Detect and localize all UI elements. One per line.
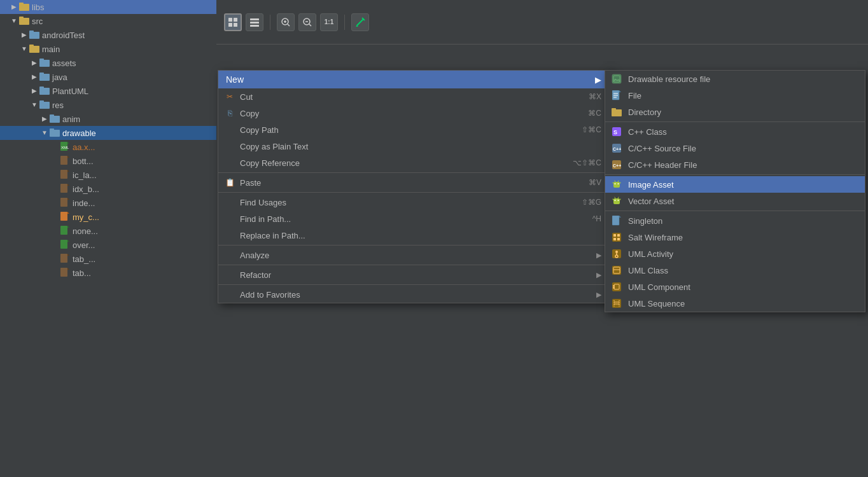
tree-item-inde[interactable]: ▶ inde... xyxy=(0,196,216,210)
svg-rect-19 xyxy=(50,128,54,131)
svg-point-76 xyxy=(618,183,619,184)
submenu-item-umlcomponent[interactable]: UML Component xyxy=(605,279,865,295)
tree-item-java[interactable]: ▶ java xyxy=(0,70,216,84)
submenu-item-directory[interactable]: Directory xyxy=(605,104,865,120)
menu-shortcut-findinpath: ^H xyxy=(592,214,601,223)
svg-rect-41 xyxy=(228,18,232,22)
submenu-label-directory: Directory xyxy=(628,107,855,117)
tree-label-aa: aa.x... xyxy=(73,142,95,152)
tree-item-libs[interactable]: ▶ libs xyxy=(0,0,216,14)
tree-item-none[interactable]: ▶ none... xyxy=(0,224,216,238)
tree-item-res[interactable]: ▼ res xyxy=(0,98,216,112)
svg-rect-81 xyxy=(613,198,620,204)
cut-icon: ✂ xyxy=(223,90,236,103)
tree-item-anim[interactable]: ▶ anim xyxy=(0,112,216,126)
svg-rect-31 xyxy=(60,212,67,221)
folder-icon-main xyxy=(29,44,39,54)
arrow-main: ▼ xyxy=(20,45,28,53)
svg-rect-1 xyxy=(19,3,24,5)
cpp-source-icon: C++ xyxy=(610,142,623,155)
svg-marker-21 xyxy=(67,142,69,144)
svg-point-82 xyxy=(615,200,616,201)
submenu-label-cppsource: C/C++ Source File xyxy=(628,144,855,153)
color-picker-button[interactable] xyxy=(351,13,369,31)
tree-item-plantuml[interactable]: ▶ PlantUML xyxy=(0,84,216,98)
menu-item-copypath[interactable]: Copy Path ⇧⌘C xyxy=(218,121,612,138)
submenu-item-singleton[interactable]: Singleton xyxy=(605,212,865,229)
submenu-label-saltwireframe: Salt Wireframe xyxy=(628,233,855,242)
tree-item-main[interactable]: ▼ main xyxy=(0,42,216,56)
tree-label-assets: assets xyxy=(52,59,76,68)
svg-rect-90 xyxy=(612,233,621,242)
menu-item-findusages[interactable]: Find Usages ⇧⌘G xyxy=(218,194,612,211)
file-icon-myc xyxy=(60,212,70,222)
refactor-icon xyxy=(223,268,236,281)
submenu-item-imageasset[interactable]: Image Asset xyxy=(605,176,865,193)
tree-item-icla[interactable]: ▶ ic_la... xyxy=(0,168,216,182)
svg-rect-37 xyxy=(60,254,67,263)
svg-marker-62 xyxy=(619,90,621,92)
zoom-out-button[interactable] xyxy=(298,13,316,31)
tree-item-androidtest[interactable]: ▶ androidTest xyxy=(0,28,216,42)
menu-item-copyref[interactable]: Copy Reference ⌥⇧⌘C xyxy=(218,155,612,171)
svg-rect-33 xyxy=(60,226,67,235)
submenu-item-umlsequence[interactable]: UML Sequence xyxy=(605,295,865,312)
file-icon-tab2 xyxy=(60,268,70,278)
svg-rect-9 xyxy=(39,59,44,61)
menu-item-paste[interactable]: 📋 Paste ⌘V xyxy=(218,174,612,191)
actual-size-label: 1:1 xyxy=(325,18,333,25)
menu-item-copyplain[interactable]: Copy as Plain Text xyxy=(218,138,612,155)
separator-2 xyxy=(218,192,612,193)
tree-item-drawable[interactable]: ▼ drawable xyxy=(0,126,216,140)
folder-icon-drawable xyxy=(50,128,60,138)
actual-size-button[interactable]: 1:1 xyxy=(320,13,338,31)
submenu-item-vectorasset[interactable]: Vector Asset xyxy=(605,193,865,209)
tree-item-aa[interactable]: ▶ XML aa.x... xyxy=(0,140,216,154)
submenu-item-cppsource[interactable]: C++ C/C++ Source File xyxy=(605,140,865,156)
zoom-in-button[interactable] xyxy=(277,13,295,31)
submenu-item-saltwireframe[interactable]: Salt Wireframe xyxy=(605,229,865,245)
svg-rect-23 xyxy=(60,156,67,165)
menu-item-new[interactable]: New ▶ xyxy=(218,71,612,88)
svg-rect-11 xyxy=(39,73,44,75)
arrow-res: ▼ xyxy=(31,101,38,109)
vector-asset-icon xyxy=(610,195,623,207)
tree-item-idxb[interactable]: ▶ idx_b... xyxy=(0,182,216,196)
color-picker-icon xyxy=(355,17,365,27)
file-tree: ▶ libs ▼ src ▶ androidTest ▼ main ▶ ass xyxy=(0,0,216,477)
menu-arrow-refactor: ▶ xyxy=(596,271,601,279)
svg-rect-102 xyxy=(612,282,621,291)
image-asset-icon xyxy=(610,178,623,191)
menu-item-addfavorites[interactable]: Add to Favorites ▶ xyxy=(218,286,612,303)
menu-item-findinpath[interactable]: Find in Path... ^H xyxy=(218,211,612,227)
tree-label-inde: inde... xyxy=(73,198,95,208)
svg-rect-91 xyxy=(613,234,616,237)
tree-item-tab2[interactable]: ▶ tab... xyxy=(0,266,216,280)
submenu-item-umlactivity[interactable]: UML Activity xyxy=(605,245,865,262)
tree-item-myc[interactable]: ▶ my_c... xyxy=(0,210,216,224)
menu-item-replaceinpath[interactable]: Replace in Path... xyxy=(218,227,612,244)
submenu-item-drawable[interactable]: Drawable resource file xyxy=(605,71,865,87)
submenu-item-cppclass[interactable]: S C++ Class xyxy=(605,123,865,140)
uml-component-icon xyxy=(610,280,623,293)
grid-view-button[interactable] xyxy=(224,13,242,31)
menu-item-cut[interactable]: ✂ Cut ⌘X xyxy=(218,88,612,105)
tree-item-assets[interactable]: ▶ assets xyxy=(0,56,216,70)
tree-item-over[interactable]: ▶ over... xyxy=(0,238,216,252)
tree-item-bott[interactable]: ▶ bott... xyxy=(0,154,216,168)
findinpath-icon xyxy=(223,212,236,225)
menu-item-refactor[interactable]: Refactor ▶ xyxy=(218,266,612,283)
tree-item-src[interactable]: ▼ src xyxy=(0,14,216,28)
list-view-icon xyxy=(249,17,260,27)
separator-5 xyxy=(218,284,612,285)
submenu-item-file[interactable]: File xyxy=(605,87,865,104)
tree-item-tab1[interactable]: ▶ tab_... xyxy=(0,252,216,266)
submenu-item-umlclass[interactable]: UML Class xyxy=(605,262,865,279)
svg-rect-35 xyxy=(60,240,67,249)
menu-item-copy[interactable]: ⎘ Copy ⌘C xyxy=(218,105,612,121)
svg-rect-29 xyxy=(60,198,67,207)
submenu-item-cppheader[interactable]: C++ C/C++ Header File xyxy=(605,156,865,173)
svg-line-79 xyxy=(615,181,615,182)
menu-item-analyze[interactable]: Analyze ▶ xyxy=(218,247,612,263)
list-view-button[interactable] xyxy=(246,13,263,31)
